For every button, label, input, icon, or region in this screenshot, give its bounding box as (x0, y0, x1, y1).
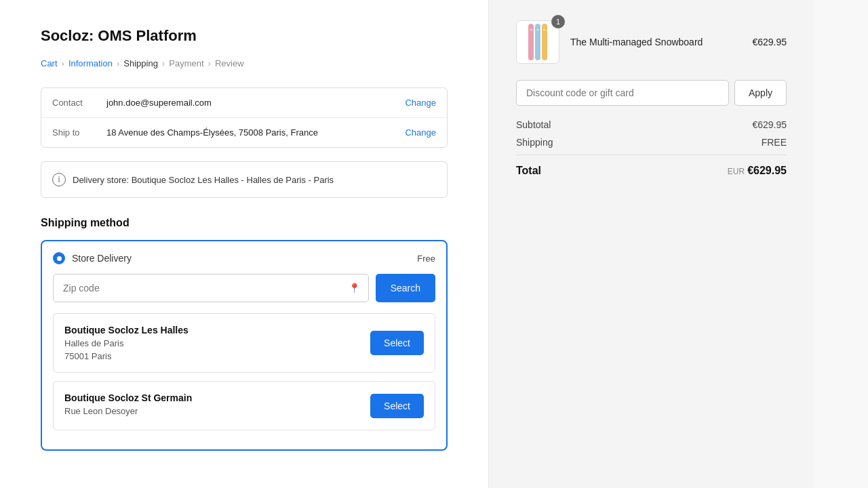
sep-1: › (62, 58, 64, 68)
left-panel: Socloz: OMS Platform Cart › Information … (0, 0, 488, 488)
ship-to-label: Ship to (52, 127, 106, 138)
shipping-option-price: Free (417, 253, 435, 264)
total-amount: EUR€629.95 (728, 165, 787, 177)
delivery-notice-text: Delivery store: Boutique Socloz Les Hall… (73, 175, 334, 185)
shipping-option-left: Store Delivery (53, 252, 132, 264)
shipping-label: Shipping (516, 137, 553, 148)
total-currency: EUR (728, 167, 745, 176)
product-image (516, 20, 559, 64)
total-value: €629.95 (747, 165, 787, 176)
shipping-box: Store Delivery Free 📍 Search Boutique So… (41, 240, 448, 451)
product-price: €629.95 (752, 37, 787, 47)
store-area-1: Rue Leon Desoyer (64, 406, 192, 416)
store-card-1: Boutique Socloz St Germain Rue Leon Deso… (53, 381, 435, 430)
select-store-1[interactable]: Select (370, 394, 424, 418)
product-name: The Multi-managed Snowboard (570, 37, 741, 47)
store-info-1: Boutique Socloz St Germain Rue Leon Deso… (64, 392, 192, 419)
total-label: Total (516, 165, 541, 177)
select-store-0[interactable]: Select (370, 331, 424, 355)
search-button[interactable]: Search (376, 274, 435, 302)
breadcrumb-payment: Payment (169, 58, 203, 68)
svg-rect-4 (536, 29, 539, 30)
shipping-value: FREE (762, 137, 787, 148)
right-panel: 1 The Multi-managed Snowboard €629.95 Ap… (488, 0, 814, 488)
sep-3: › (162, 58, 165, 68)
product-row: 1 The Multi-managed Snowboard €629.95 (516, 20, 787, 64)
delivery-notice: i Delivery store: Boutique Socloz Les Ha… (41, 161, 448, 198)
shipping-method-title: Shipping method (41, 217, 448, 229)
zip-search-row: 📍 Search (53, 274, 435, 302)
product-quantity-badge: 1 (551, 15, 565, 28)
zip-input-wrap: 📍 (53, 274, 369, 302)
store-area-0: Halles de Paris (64, 338, 189, 348)
contact-label: Contact (52, 98, 106, 108)
radio-store-delivery[interactable] (53, 252, 65, 264)
shipping-row: Shipping FREE (516, 137, 787, 148)
shipping-option-row: Store Delivery Free (53, 252, 435, 264)
svg-rect-3 (530, 29, 532, 30)
page-title: Socloz: OMS Platform (41, 27, 448, 45)
total-row: Total EUR€629.95 (516, 155, 787, 177)
location-icon: 📍 (349, 283, 360, 293)
product-image-wrap: 1 (516, 20, 559, 64)
apply-button[interactable]: Apply (734, 80, 787, 106)
svg-rect-5 (543, 29, 546, 30)
subtotal-row: Subtotal €629.95 (516, 119, 787, 130)
snowboard-image (524, 22, 551, 62)
store-zip-0: 75001 Paris (64, 351, 189, 361)
info-box: Contact john.doe@superemail.com Change S… (41, 87, 448, 148)
sep-2: › (117, 58, 119, 68)
store-name-1: Boutique Socloz St Germain (64, 392, 192, 403)
contact-value: john.doe@superemail.com (106, 98, 405, 108)
breadcrumb-information[interactable]: Information (68, 58, 113, 68)
subtotal-label: Subtotal (516, 119, 551, 130)
subtotal-value: €629.95 (752, 119, 787, 130)
store-name-0: Boutique Socloz Les Halles (64, 325, 189, 336)
zip-input[interactable] (54, 274, 368, 302)
contact-change[interactable]: Change (405, 98, 436, 108)
info-icon: i (52, 173, 66, 186)
ship-to-value: 18 Avenue des Champs-Élysées, 75008 Pari… (106, 127, 405, 138)
discount-row: Apply (516, 80, 787, 106)
ship-to-row: Ship to 18 Avenue des Champs-Élysées, 75… (41, 118, 447, 147)
shipping-option-label: Store Delivery (72, 253, 132, 264)
breadcrumb-shipping: Shipping (123, 58, 158, 68)
breadcrumb-cart[interactable]: Cart (41, 58, 58, 68)
radio-inner (57, 256, 62, 261)
store-card-0: Boutique Socloz Les Halles Halles de Par… (53, 313, 435, 373)
breadcrumb: Cart › Information › Shipping › Payment … (41, 58, 448, 68)
sep-4: › (208, 58, 211, 68)
discount-input[interactable] (516, 80, 729, 106)
breadcrumb-review: Review (215, 58, 244, 68)
store-info-0: Boutique Socloz Les Halles Halles de Par… (64, 325, 189, 361)
ship-to-change[interactable]: Change (405, 127, 436, 138)
contact-row: Contact john.doe@superemail.com Change (41, 88, 447, 118)
